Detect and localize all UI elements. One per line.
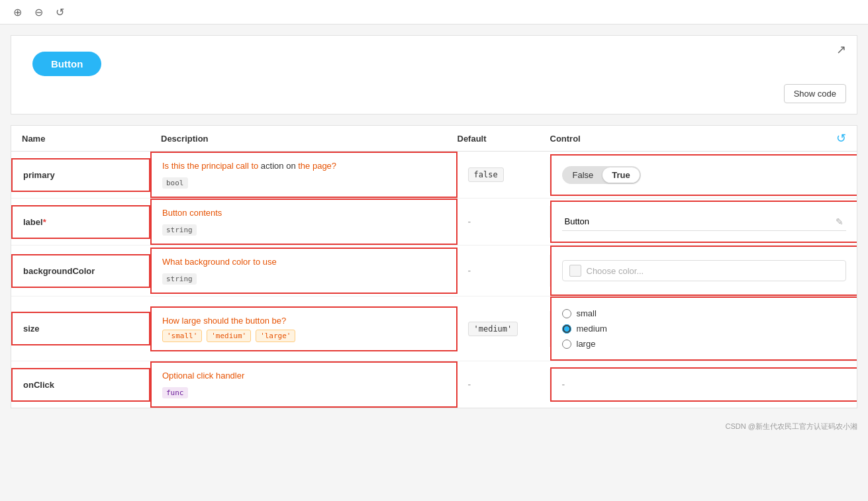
size-option-large: 'large' (256, 330, 295, 342)
header-default: Default (458, 134, 550, 144)
radio-label-small: small (577, 308, 597, 318)
show-code-button[interactable]: Show code (784, 84, 846, 103)
name-cell-onclick: onClick (11, 368, 150, 402)
prop-name-primary: primary (23, 170, 55, 180)
control-cell-size: small medium large (550, 296, 857, 361)
desc-cell-primary: Is this the principal call to action on … (150, 152, 458, 198)
size-option-medium: 'medium' (207, 330, 251, 342)
header-name: Name (22, 134, 161, 144)
default-cell-bgcolor: - (458, 255, 550, 287)
color-swatch-bgcolor (569, 265, 581, 277)
name-cell-primary: primary (11, 158, 150, 192)
prop-name-bgcolor: backgroundColor (23, 266, 95, 276)
edit-icon-label[interactable]: ✎ (833, 214, 846, 230)
prop-name-size: size (23, 324, 40, 334)
radio-label-medium: medium (577, 324, 607, 334)
preview-area: ↗ Button Show code (11, 35, 857, 114)
header-control: Control (550, 134, 581, 144)
prop-name-onclick: onClick (23, 380, 54, 390)
toggle-true-button[interactable]: True (603, 167, 639, 183)
name-cell-size: size (11, 312, 150, 345)
radio-large[interactable]: large (562, 339, 847, 349)
header-description: Description (161, 134, 458, 144)
desc-text-label: Button contents (162, 208, 446, 218)
desc-cell-label: Button contents string (150, 199, 458, 245)
toggle-false-button[interactable]: False (563, 167, 603, 183)
type-badge-onclick: func (162, 387, 188, 398)
table-row: backgroundColor What background color to… (11, 246, 857, 296)
desc-cell-onclick: Optional click handler func (150, 361, 458, 408)
control-cell-label: ✎ (550, 201, 857, 243)
name-cell-label: label* (11, 205, 150, 239)
required-star-label: * (43, 217, 46, 227)
controls-table: Name Description Default Control ↺ prima… (11, 125, 857, 408)
table-header: Name Description Default Control ↺ (11, 126, 857, 152)
control-value-onclick: - (562, 379, 565, 390)
prop-name-label: label (23, 217, 43, 227)
desc-text-primary: Is this the principal call to action on … (162, 161, 446, 171)
reset-button[interactable]: ↺ (836, 131, 846, 146)
default-value-onclick: - (468, 379, 471, 390)
zoom-in-icon[interactable]: ⊕ (11, 5, 24, 19)
toolbar: ⊕ ⊖ ↺ (0, 0, 868, 24)
zoom-out-icon[interactable]: ⊖ (32, 5, 45, 19)
size-option-small: 'small' (162, 330, 202, 342)
default-value-label: - (468, 216, 471, 227)
zoom-reset-icon[interactable]: ↺ (53, 5, 66, 19)
radio-input-medium[interactable] (562, 324, 571, 334)
table-row: primary Is this the principal call to ac… (11, 152, 857, 199)
radio-medium[interactable]: medium (562, 324, 847, 334)
table-row: label* Button contents string - ✎ (11, 199, 857, 246)
control-cell-bgcolor: Choose color... (550, 246, 857, 296)
radio-label-large: large (577, 339, 596, 349)
radio-input-large[interactable] (562, 340, 571, 349)
default-value-primary: false (468, 167, 504, 182)
text-input-row-label: ✎ (562, 212, 847, 231)
control-cell-onclick: - (550, 367, 857, 402)
desc-cell-bgcolor: What background color to use string (150, 248, 458, 294)
type-badge-primary: bool (162, 177, 188, 189)
table-row: size How large should the button be? 'sm… (11, 296, 857, 361)
color-placeholder-bgcolor: Choose color... (587, 266, 644, 276)
radio-small[interactable]: small (562, 308, 847, 318)
default-cell-size: 'medium' (458, 311, 550, 347)
radio-group-size: small medium large (562, 308, 847, 349)
preview-button[interactable]: Button (32, 52, 101, 76)
toggle-group-primary: False True (562, 166, 641, 184)
default-cell-primary: false (458, 157, 550, 193)
control-cell-primary: False True (550, 154, 857, 196)
default-cell-onclick: - (458, 369, 550, 400)
label-input[interactable] (562, 212, 834, 230)
type-badge-bgcolor: string (162, 273, 197, 285)
default-value-size: 'medium' (468, 322, 518, 336)
desc-text-bgcolor: What background color to use (162, 257, 446, 267)
type-badge-label: string (162, 224, 197, 236)
name-cell-bgcolor: backgroundColor (11, 254, 150, 288)
table-row: onClick Optional click handler func - - (11, 361, 857, 408)
watermark: CSDN @新生代农民工官方认证码农小湘 (0, 419, 868, 434)
default-value-bgcolor: - (468, 265, 471, 276)
desc-cell-size: How large should the button be? 'small' … (150, 306, 458, 351)
default-cell-label: - (458, 206, 550, 238)
color-picker-bgcolor[interactable]: Choose color... (562, 260, 847, 281)
desc-text-onclick: Optional click handler (162, 371, 446, 381)
share-icon[interactable]: ↗ (836, 42, 846, 57)
desc-text-size: How large should the button be? (162, 316, 446, 326)
radio-input-small[interactable] (562, 309, 571, 318)
